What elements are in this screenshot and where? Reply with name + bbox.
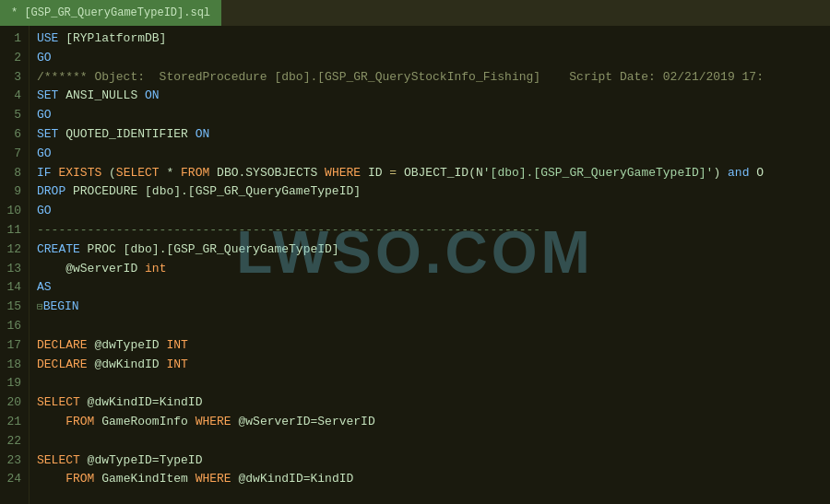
code-line <box>37 432 823 451</box>
token: BEGIN <box>43 299 79 313</box>
token: '[dbo].[GSP_GR_QueryGameTypeID]' <box>483 166 714 180</box>
line-number: 6 <box>4 125 21 145</box>
code-line: GO <box>37 106 823 125</box>
line-number: 18 <box>4 356 21 375</box>
code-line: FROM GameRoomInfo WHERE @wServerID=Serve… <box>37 413 823 432</box>
code-line <box>37 317 823 336</box>
code-line: CREATE PROC [dbo].[GSP_GR_QueryGameTypeI… <box>37 240 823 260</box>
token: FROM <box>181 166 209 180</box>
token: /****** Object: StoredProcedure [dbo].[G… <box>37 70 764 84</box>
line-number: 17 <box>4 336 21 356</box>
code-line: SET QUOTED_IDENTIFIER ON <box>37 125 823 145</box>
token: GO <box>37 147 52 160</box>
line-number: 16 <box>4 317 21 336</box>
code-line: GO <box>37 49 823 68</box>
token: = <box>389 166 397 180</box>
token: GO <box>37 51 52 64</box>
code-line <box>37 374 823 393</box>
code-line: SELECT @dwKindID=KindID <box>37 393 823 413</box>
code-line: DECLARE @dwTypeID INT <box>37 336 823 356</box>
line-number: 8 <box>4 164 21 183</box>
token: @dwTypeID=TypeID <box>80 453 203 467</box>
code-line: FROM GameKindItem WHERE @dwKindID=KindID <box>37 470 823 489</box>
token: WHERE <box>325 166 361 180</box>
token: @wServerID=ServerID <box>231 415 375 428</box>
active-tab[interactable]: * [GSP_GR_QueryGameTypeID].sql <box>0 0 222 26</box>
line-number: 7 <box>4 145 21 164</box>
token: EXISTS <box>58 166 101 180</box>
code-line: DECLARE @dwKindID INT <box>37 356 823 375</box>
code-content[interactable]: USE [RYPlatformDB]GO/****** Object: Stor… <box>30 26 830 504</box>
token: @dwKindID=KindID <box>231 472 354 486</box>
line-number: 3 <box>4 68 21 88</box>
token: @dwKindID=KindID <box>80 395 203 409</box>
token: GameRoomInfo <box>94 415 195 428</box>
token: O <box>749 166 764 180</box>
line-number: 20 <box>4 393 21 413</box>
token <box>37 415 65 428</box>
token: [RYPlatformDB] <box>58 31 166 45</box>
token: @dwTypeID <box>88 338 167 352</box>
code-line: /****** Object: StoredProcedure [dbo].[G… <box>37 68 823 88</box>
line-number: 4 <box>4 87 21 106</box>
token: @wServerID <box>37 262 145 275</box>
token: DECLARE <box>37 357 88 371</box>
token: OBJECT_ID(N <box>397 166 483 180</box>
token: DROP <box>37 184 65 198</box>
code-line: SELECT @dwTypeID=TypeID <box>37 451 823 471</box>
token: IF <box>37 166 52 180</box>
token: ANSI_NULLS <box>58 88 145 102</box>
line-number: 19 <box>4 374 21 393</box>
token: ⊟ <box>37 301 43 312</box>
token: QUOTED_IDENTIFIER <box>58 127 195 141</box>
token: FROM <box>65 472 94 486</box>
token: and <box>728 166 749 180</box>
token: GameKindItem <box>94 472 195 486</box>
token: SELECT <box>37 453 80 467</box>
code-line: IF EXISTS (SELECT * FROM DBO.SYSOBJECTS … <box>37 164 823 183</box>
code-line: USE [RYPlatformDB] <box>37 29 823 49</box>
token: INT <box>166 338 187 352</box>
token: ID <box>361 166 389 180</box>
code-line: DROP PROCEDURE [dbo].[GSP_GR_QueryGameTy… <box>37 182 823 202</box>
line-number: 13 <box>4 260 21 279</box>
token: ( <box>101 166 116 180</box>
token: USE <box>37 31 58 45</box>
code-line: ----------------------------------------… <box>37 221 823 240</box>
line-number: 1 <box>4 29 21 49</box>
line-number: 22 <box>4 432 21 451</box>
token: SELECT <box>116 166 160 180</box>
token: PROCEDURE [dbo].[GSP_GR_QueryGameTypeID] <box>65 184 361 198</box>
token: ) <box>713 166 728 180</box>
code-area: 123456789101112131415161718192021222324 … <box>0 26 830 504</box>
code-line: GO <box>37 145 823 164</box>
line-number: 21 <box>4 413 21 432</box>
code-line: GO <box>37 202 823 221</box>
token: int <box>145 262 166 275</box>
line-number: 14 <box>4 278 21 298</box>
line-number: 2 <box>4 49 21 68</box>
token: GO <box>37 108 52 122</box>
token: WHERE <box>196 415 231 428</box>
code-line: SET ANSI_NULLS ON <box>37 87 823 106</box>
token: FROM <box>65 415 94 428</box>
token: DBO.SYSOBJECTS <box>209 166 325 180</box>
token: SET <box>37 127 58 141</box>
token <box>37 472 65 486</box>
token: CREATE <box>37 242 80 256</box>
code-line: AS <box>37 278 823 298</box>
token: AS <box>37 280 52 294</box>
token: GO <box>37 204 52 217</box>
token: INT <box>166 357 187 371</box>
token: SET <box>37 88 58 102</box>
token: ON <box>196 127 210 141</box>
code-line: ⊟BEGIN <box>37 298 823 317</box>
token: WHERE <box>196 472 231 486</box>
line-number: 15 <box>4 298 21 317</box>
line-number: 11 <box>4 221 21 240</box>
token: * <box>160 166 181 180</box>
code-line: @wServerID int <box>37 260 823 279</box>
line-number: 24 <box>4 470 21 489</box>
token: PROC [dbo].[GSP_GR_QueryGameTypeID] <box>80 242 339 256</box>
line-number: 23 <box>4 451 21 471</box>
